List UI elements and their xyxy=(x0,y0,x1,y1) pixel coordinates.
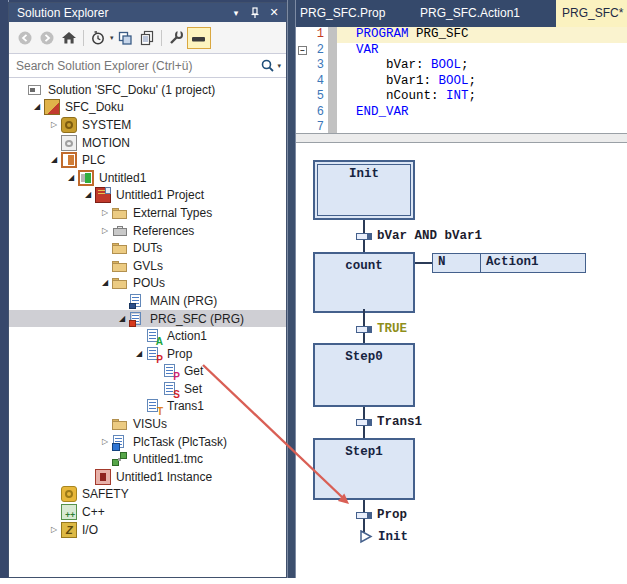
panel-title: Solution Explorer xyxy=(17,6,225,20)
tree-item[interactable]: Trans1 xyxy=(9,398,286,416)
tree-item-label: Untitled1 xyxy=(98,171,146,185)
editor-splitter[interactable] xyxy=(296,133,627,143)
sfc-step-init[interactable]: Init xyxy=(313,160,415,220)
sfc-transition-3[interactable] xyxy=(356,419,372,426)
folding-margin xyxy=(296,74,310,90)
tree-item[interactable]: MAIN (PRG) xyxy=(9,292,286,310)
sfc-jump-arrow-icon[interactable] xyxy=(359,530,373,544)
code-line[interactable]: 7 xyxy=(296,120,627,133)
forward-button[interactable] xyxy=(36,27,58,49)
collapsed-expander-icon[interactable]: ▷ xyxy=(98,206,112,220)
tree-item[interactable]: ◢Prop xyxy=(9,345,286,363)
tree-item[interactable]: SAFETY xyxy=(9,486,286,504)
expanded-expander-icon[interactable]: ◢ xyxy=(115,312,129,326)
collapsed-expander-icon[interactable]: ▷ xyxy=(47,118,61,132)
tree-item[interactable]: GVLs xyxy=(9,257,286,275)
expanded-expander-icon[interactable]: ◢ xyxy=(81,188,95,202)
sfc-transition-2[interactable] xyxy=(356,326,372,333)
fold-collapse-icon[interactable]: − xyxy=(298,46,307,55)
expanded-expander-icon[interactable]: ◢ xyxy=(132,347,146,361)
tree-item[interactable]: DUTs xyxy=(9,239,286,257)
sfc-transition-1[interactable] xyxy=(356,233,372,240)
tree-item[interactable]: ◢PRG_SFC (PRG) xyxy=(9,310,286,328)
tab-prg-sfc-active[interactable]: PRG_SFC* xyxy=(556,0,627,27)
line-number: 4 xyxy=(310,74,326,90)
tree-item[interactable]: ◢SFC_Doku xyxy=(9,99,286,117)
io-icon xyxy=(61,522,77,538)
code-line[interactable]: 5 nCount: INT; xyxy=(296,89,627,105)
tree-item[interactable]: ▷References xyxy=(9,222,286,240)
close-icon[interactable]: ✕ xyxy=(266,6,282,20)
tree-item[interactable]: Get xyxy=(9,363,286,381)
sfc-step-step1[interactable]: Step1 xyxy=(313,438,415,500)
collapsed-expander-icon[interactable]: ▷ xyxy=(98,435,112,449)
folding-margin xyxy=(296,105,310,121)
pin-icon[interactable] xyxy=(247,6,263,20)
sfc-action-connector xyxy=(415,262,432,264)
code-text: bVar: BOOL; xyxy=(337,58,627,74)
panel-splitter[interactable] xyxy=(287,0,296,578)
tree-item[interactable]: Set xyxy=(9,380,286,398)
tree-item[interactable]: Untitled1.tmc xyxy=(9,450,286,468)
transition-label: TRUE xyxy=(377,322,407,336)
identifier-token: ; xyxy=(469,89,477,103)
back-button[interactable] xyxy=(14,27,36,49)
tab-prg-sfc-prop[interactable]: PRG_SFC.Prop xyxy=(296,0,385,27)
code-line[interactable]: −2VAR xyxy=(296,43,627,59)
declaration-editor[interactable]: 1PROGRAM PRG_SFC−2VAR3 bVar: BOOL;4 bVar… xyxy=(296,27,627,133)
search-icon[interactable] xyxy=(258,55,276,77)
sfc-action-block[interactable]: N Action1 xyxy=(432,253,586,273)
sfc-transition-4[interactable] xyxy=(356,512,372,519)
expanded-expander-icon[interactable]: ◢ xyxy=(98,276,112,290)
indicator-margin xyxy=(328,27,337,43)
tree-item[interactable]: ▷I/O xyxy=(9,521,286,539)
expanded-expander-icon[interactable]: ◢ xyxy=(47,153,61,167)
properties-button[interactable] xyxy=(165,27,187,49)
tree-item[interactable]: MOTION xyxy=(9,134,286,152)
collapsed-expander-icon[interactable]: ▷ xyxy=(47,523,61,537)
tree-item[interactable]: ◢PLC xyxy=(9,151,286,169)
pending-changes-button[interactable] xyxy=(87,27,109,49)
plctask-icon xyxy=(112,434,128,450)
sfc-chart-editor[interactable]: Init bVar AND bVar1 count N Action1 TRUE… xyxy=(296,143,627,584)
expanded-expander-icon[interactable]: ◢ xyxy=(64,171,78,185)
folder-icon xyxy=(112,258,128,274)
code-line[interactable]: 3 bVar: BOOL; xyxy=(296,58,627,74)
window-position-menu-icon[interactable]: ▾ xyxy=(228,6,244,20)
tree-item-label: Untitled1 Instance xyxy=(115,470,212,484)
tree-item[interactable]: ◢POUs xyxy=(9,275,286,293)
collapse-all-button[interactable] xyxy=(114,27,136,49)
tree-item[interactable]: ◢Untitled1 xyxy=(9,169,286,187)
tree-item[interactable]: ▷External Types xyxy=(9,204,286,222)
collapsed-expander-icon[interactable]: ▷ xyxy=(98,224,112,238)
search-options-dropdown-icon[interactable]: ▾ xyxy=(277,62,281,70)
code-line[interactable]: 6END_VAR xyxy=(296,105,627,121)
tree-item[interactable]: ◢Untitled1 Project xyxy=(9,187,286,205)
code-line[interactable]: 4 bVar1: BOOL; xyxy=(296,74,627,90)
home-button[interactable] xyxy=(58,27,80,49)
tree-item-label: I/O xyxy=(81,523,98,537)
code-line[interactable]: 1PROGRAM PRG_SFC xyxy=(296,27,627,43)
tree-item[interactable]: Untitled1 Instance xyxy=(9,468,286,486)
solution-explorer-titlebar[interactable]: Solution Explorer ▾ ✕ xyxy=(9,3,286,22)
tree-item[interactable]: Solution 'SFC_Doku' (1 project) xyxy=(9,81,286,99)
step-label: Step1 xyxy=(315,445,413,459)
set-icon xyxy=(163,381,179,397)
tree-item[interactable]: Action1 xyxy=(9,327,286,345)
tree-item[interactable]: ▷PlcTask (PlcTask) xyxy=(9,433,286,451)
preview-selected-items-button[interactable] xyxy=(187,27,211,49)
expanded-expander-icon[interactable]: ◢ xyxy=(30,100,44,114)
search-input[interactable] xyxy=(9,59,258,73)
tree-item[interactable]: VISUs xyxy=(9,415,286,433)
tree-item[interactable]: ▷SYSTEM xyxy=(9,116,286,134)
plcapp-icon xyxy=(78,170,94,186)
sfc-step-count[interactable]: count xyxy=(313,252,415,313)
line-number: 1 xyxy=(310,27,326,43)
show-all-files-button[interactable] xyxy=(136,27,158,49)
sfc-connector xyxy=(363,240,365,252)
action-name: Action1 xyxy=(481,254,585,272)
folder-icon xyxy=(112,275,128,291)
tab-prg-sfc-action1[interactable]: PRG_SFC.Action1 xyxy=(408,0,520,27)
sfc-step-step0[interactable]: Step0 xyxy=(313,343,415,407)
tree-item[interactable]: C++ xyxy=(9,503,286,521)
